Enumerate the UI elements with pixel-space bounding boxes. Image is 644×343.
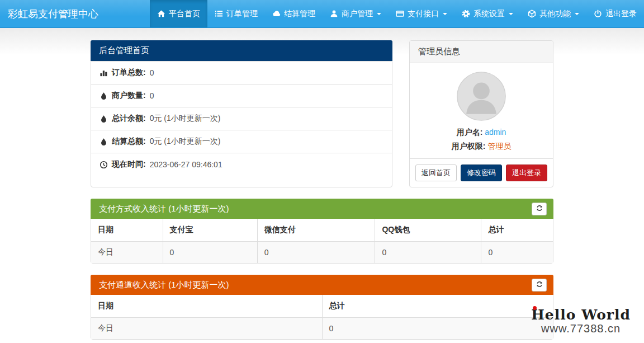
username-label: 用户名: bbox=[457, 128, 483, 137]
stat-value: 0 bbox=[150, 91, 154, 100]
payment-channel-table: 日期 总计 今日 0 bbox=[91, 295, 553, 339]
nav-item-orders[interactable]: 订单管理 bbox=[207, 0, 265, 27]
stat-label: 现在时间: bbox=[112, 159, 146, 170]
admin-panel-title: 管理员信息 bbox=[410, 41, 553, 63]
nav-item-payment-api[interactable]: 支付接口 bbox=[389, 0, 454, 27]
nav-item-label: 其他功能 bbox=[539, 9, 571, 19]
nav-item-settlement[interactable]: 结算管理 bbox=[265, 0, 323, 27]
role-label: 用户权限: bbox=[452, 142, 486, 151]
refresh-icon bbox=[536, 205, 543, 213]
payment-channel-stats-panel: 支付通道收入统计 (1小时更新一次) 日期 总计 今日 0 bbox=[91, 275, 553, 340]
stat-row-settlement-total: 结算总额: 0元 (1小时更新一次) bbox=[91, 130, 392, 153]
payment-method-stats-panel: 支付方式收入统计 (1小时更新一次) 日期 支付宝 微信支付 QQ钱包 总计 今… bbox=[91, 199, 553, 264]
stat-label: 订单总数: bbox=[112, 68, 146, 78]
cube-icon bbox=[528, 10, 536, 18]
nav-item-logout[interactable]: 退出登录 bbox=[586, 0, 644, 27]
admin-actions: 返回首页 修改密码 退出登录 bbox=[410, 158, 553, 187]
nav-item-other-functions[interactable]: 其他功能 bbox=[520, 0, 586, 27]
role-value: 管理员 bbox=[487, 142, 511, 151]
user-icon bbox=[330, 10, 338, 18]
stat-value: 0元 (1小时更新一次) bbox=[150, 114, 221, 124]
table-row: 今日 0 bbox=[91, 318, 553, 340]
cell-qq-wallet: 0 bbox=[375, 242, 481, 264]
cell-date: 今日 bbox=[91, 242, 163, 264]
power-icon bbox=[594, 10, 602, 18]
payment-method-panel-title: 支付方式收入统计 (1小时更新一次) bbox=[99, 204, 229, 214]
clock-icon bbox=[100, 161, 108, 169]
stat-label: 商户数量: bbox=[112, 91, 146, 101]
nav-item-label: 结算管理 bbox=[284, 9, 315, 19]
stat-row-merchant-count: 商户数量: 0 bbox=[91, 84, 392, 107]
credit-card-icon bbox=[396, 10, 404, 18]
role-line: 用户权限: 管理员 bbox=[415, 142, 547, 152]
cell-total: 0 bbox=[322, 318, 553, 340]
nav-item-system-settings[interactable]: 系统设置 bbox=[454, 0, 520, 27]
refresh-button[interactable] bbox=[532, 279, 547, 292]
droplet-icon bbox=[100, 92, 108, 100]
admin-info-panel: 管理员信息 用户名: admin 用 bbox=[409, 40, 553, 187]
nav-item-label: 订单管理 bbox=[226, 9, 258, 19]
username-link[interactable]: admin bbox=[485, 128, 506, 137]
dashboard-panel-title: 后台管理首页 bbox=[91, 40, 392, 61]
payment-method-table: 日期 支付宝 微信支付 QQ钱包 总计 今日 0 0 0 0 bbox=[91, 219, 553, 263]
nav-item-label: 退出登录 bbox=[605, 9, 637, 19]
caret-down-icon bbox=[443, 13, 447, 15]
caret-down-icon bbox=[377, 13, 381, 15]
username-line: 用户名: admin bbox=[415, 128, 547, 138]
column-header: 日期 bbox=[91, 295, 322, 318]
column-header: QQ钱包 bbox=[375, 219, 481, 242]
home-icon bbox=[157, 10, 165, 18]
logout-button[interactable]: 退出登录 bbox=[506, 165, 547, 181]
refresh-button[interactable] bbox=[532, 203, 547, 215]
droplet-icon bbox=[100, 115, 108, 123]
back-home-button[interactable]: 返回首页 bbox=[415, 165, 457, 181]
cloud-icon bbox=[272, 10, 281, 18]
column-header: 总计 bbox=[322, 295, 553, 318]
avatar bbox=[456, 71, 507, 122]
brand-title[interactable]: 彩虹易支付管理中心 bbox=[0, 0, 106, 27]
nav-item-label: 支付接口 bbox=[408, 9, 439, 19]
stat-value: 0元 (1小时更新一次) bbox=[150, 137, 221, 147]
stat-label: 总计余额: bbox=[112, 114, 146, 124]
caret-down-icon bbox=[509, 13, 513, 15]
column-header: 总计 bbox=[481, 219, 553, 242]
cell-alipay: 0 bbox=[163, 242, 257, 264]
gear-icon bbox=[462, 10, 470, 18]
stat-row-order-total: 订单总数: 0 bbox=[91, 61, 392, 84]
stat-value: 0 bbox=[150, 68, 154, 77]
refresh-icon bbox=[536, 281, 543, 289]
change-password-button[interactable]: 修改密码 bbox=[461, 165, 502, 181]
main-nav: 平台首页 订单管理 结算管理 商户管理 支付接口 系统设置 其他功能 bbox=[150, 0, 644, 27]
page-background: 后台管理首页 订单总数: 0 商户数量: 0 总计余额: 0元 (1小时更新一次… bbox=[0, 28, 644, 343]
bar-chart-icon bbox=[100, 69, 108, 77]
list-icon bbox=[215, 10, 223, 18]
stat-row-current-time: 现在时间: 2023-06-27 09:46:01 bbox=[91, 153, 392, 176]
stat-value: 2023-06-27 09:46:01 bbox=[150, 160, 222, 169]
nav-item-label: 系统设置 bbox=[473, 9, 505, 19]
stat-row-total-balance: 总计余额: 0元 (1小时更新一次) bbox=[91, 107, 392, 130]
caret-down-icon bbox=[575, 13, 579, 15]
payment-channel-panel-title: 支付通道收入统计 (1小时更新一次) bbox=[99, 280, 229, 290]
column-header: 微信支付 bbox=[257, 219, 375, 242]
nav-item-merchants[interactable]: 商户管理 bbox=[323, 0, 389, 27]
cell-wechat: 0 bbox=[257, 242, 375, 264]
stat-label: 结算总额: bbox=[112, 137, 146, 147]
cell-total: 0 bbox=[481, 242, 553, 264]
cell-date: 今日 bbox=[91, 318, 322, 340]
column-header: 日期 bbox=[91, 219, 163, 242]
droplet-icon bbox=[100, 138, 108, 146]
column-header: 支付宝 bbox=[163, 219, 257, 242]
nav-item-platform-home[interactable]: 平台首页 bbox=[150, 0, 207, 27]
top-navbar: 彩虹易支付管理中心 平台首页 订单管理 结算管理 商户管理 支付接口 系统设置 bbox=[0, 0, 644, 28]
dashboard-panel: 后台管理首页 订单总数: 0 商户数量: 0 总计余额: 0元 (1小时更新一次… bbox=[91, 40, 392, 187]
table-row: 今日 0 0 0 0 bbox=[91, 242, 553, 264]
nav-item-label: 商户管理 bbox=[342, 9, 373, 19]
nav-item-label: 平台首页 bbox=[169, 9, 200, 19]
